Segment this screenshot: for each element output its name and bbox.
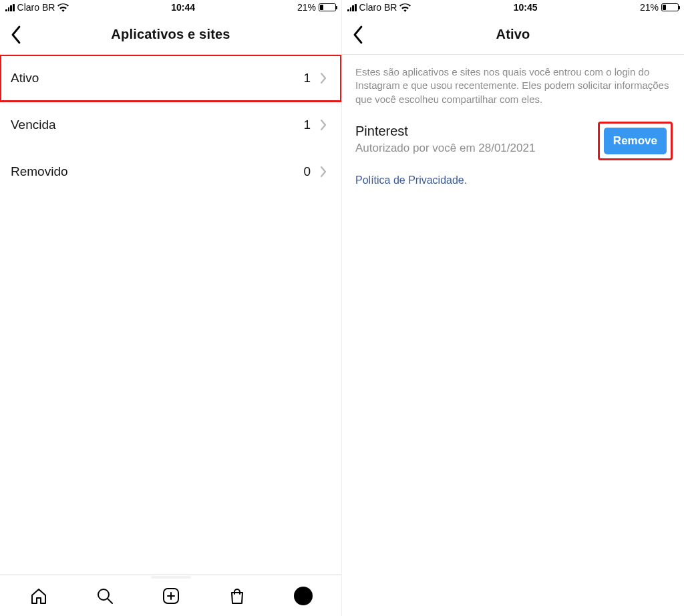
row-count: 1 <box>303 71 311 86</box>
row-vencida[interactable]: Vencida 1 <box>0 102 341 148</box>
tab-new-post[interactable] <box>158 583 184 609</box>
row-label: Ativo <box>11 71 39 86</box>
chevron-right-icon <box>320 72 327 84</box>
row-label: Removido <box>11 164 68 179</box>
page-title: Ativo <box>496 27 530 42</box>
clock-label: 10:44 <box>171 2 195 13</box>
status-left-cluster: Claro BR <box>5 2 69 13</box>
tab-shop[interactable] <box>224 583 250 609</box>
privacy-policy-link[interactable]: Política de Privacidade. <box>342 165 684 186</box>
avatar-icon <box>294 587 313 605</box>
chevron-left-icon <box>10 25 22 44</box>
screen-ativo-detail: Claro BR 10:45 21% Ativo Estes são aplic… <box>342 0 684 616</box>
connected-app-info: Pinterest Autorizado por você em 28/01/2… <box>355 124 535 155</box>
chevron-right-icon <box>320 166 327 178</box>
clock-label: 10:45 <box>514 2 538 13</box>
chevron-right-icon <box>320 119 327 131</box>
decorative-divider <box>151 576 191 579</box>
back-button[interactable] <box>3 21 29 48</box>
battery-icon <box>319 3 336 11</box>
status-bar-left: Claro BR 10:44 21% <box>0 0 341 15</box>
page-header-left: Aplicativos e sites <box>0 15 341 55</box>
chevron-left-icon <box>352 25 364 44</box>
shopping-bag-icon <box>228 587 246 605</box>
home-icon <box>29 587 48 605</box>
tab-search[interactable] <box>92 583 118 609</box>
row-ativo[interactable]: Ativo 1 <box>0 55 341 102</box>
wifi-icon <box>399 3 411 12</box>
svg-line-1 <box>108 599 112 603</box>
page-header-right: Ativo <box>342 15 684 55</box>
status-left-cluster: Claro BR <box>347 2 411 13</box>
remove-button[interactable]: Remove <box>604 128 667 154</box>
connected-app-item: Pinterest Autorizado por você em 28/01/2… <box>342 120 684 165</box>
status-right-cluster: 21% <box>640 2 679 13</box>
row-count: 0 <box>303 164 311 179</box>
back-button[interactable] <box>345 21 371 48</box>
row-count: 1 <box>303 118 311 132</box>
section-description: Estes são aplicativos e sites nos quais … <box>342 55 684 120</box>
connected-app-authorized: Autorizado por você em 28/01/2021 <box>355 142 535 155</box>
carrier-label: Claro BR <box>17 2 55 13</box>
tab-home[interactable] <box>25 583 52 609</box>
apps-sites-list: Ativo 1 Vencida 1 Removido <box>0 55 341 575</box>
battery-pct-label: 21% <box>297 2 316 13</box>
row-label: Vencida <box>11 118 56 132</box>
wifi-icon <box>57 3 69 12</box>
search-icon <box>96 587 114 605</box>
highlight-annotation: Remove <box>600 124 671 158</box>
connected-app-name: Pinterest <box>355 124 535 139</box>
page-title: Aplicativos e sites <box>111 27 230 42</box>
cellular-signal-icon <box>5 4 15 11</box>
carrier-label: Claro BR <box>359 2 397 13</box>
tab-profile[interactable] <box>290 583 317 609</box>
cellular-signal-icon <box>347 4 357 11</box>
status-right-cluster: 21% <box>297 2 336 13</box>
bottom-tab-bar <box>0 575 341 616</box>
row-removido[interactable]: Removido 0 <box>0 148 341 195</box>
plus-square-icon <box>162 587 180 605</box>
battery-icon <box>661 3 679 11</box>
status-bar-right: Claro BR 10:45 21% <box>342 0 684 15</box>
battery-pct-label: 21% <box>640 2 659 13</box>
screen-apps-and-sites: Claro BR 10:44 21% Aplicativos e sites A… <box>0 0 342 616</box>
